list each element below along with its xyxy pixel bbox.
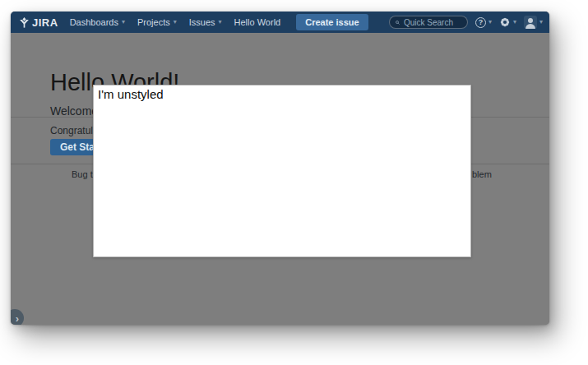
chevron-down-icon: ▾ [122, 19, 125, 25]
search-icon [396, 19, 400, 26]
welcome-text: Welcome [50, 104, 98, 118]
chevron-down-icon: ▾ [513, 19, 516, 25]
gear-icon [499, 16, 511, 28]
chevron-down-icon: ▾ [488, 19, 492, 25]
help-icon: ? [475, 17, 486, 28]
unstyled-dialog: I'm unstyled [93, 85, 471, 257]
nav-item-label: Projects [137, 17, 170, 27]
help-menu-button[interactable]: ? ▾ [475, 17, 492, 28]
chevron-down-icon: ▾ [219, 19, 222, 25]
dialog-message: I'm unstyled [98, 87, 164, 101]
jira-logo-text: JIRA [32, 16, 58, 29]
sidebar-expand-button[interactable]: › [11, 309, 24, 325]
avatar [524, 16, 537, 29]
nav-item-label: Issues [189, 17, 215, 27]
chevron-right-icon: › [16, 313, 19, 324]
chevron-down-icon: ▾ [174, 19, 177, 25]
description-text-fragment: blem [472, 169, 492, 179]
top-nav: JIRA Dashboards ▾ Projects ▾ Issues ▾ He… [11, 12, 549, 33]
user-menu-button[interactable]: ▾ [524, 16, 543, 29]
jira-logo[interactable]: JIRA [19, 16, 58, 29]
browser-viewport: JIRA Dashboards ▾ Projects ▾ Issues ▾ He… [11, 12, 549, 325]
nav-item-dashboards[interactable]: Dashboards ▾ [70, 17, 125, 27]
nav-item-hello-world[interactable]: Hello World [234, 17, 281, 27]
screenshot-canvas: JIRA Dashboards ▾ Projects ▾ Issues ▾ He… [0, 0, 588, 365]
nav-item-label: Hello World [234, 17, 281, 27]
nav-item-issues[interactable]: Issues ▾ [189, 17, 222, 27]
admin-menu-button[interactable]: ▾ [499, 16, 516, 28]
nav-item-projects[interactable]: Projects ▾ [137, 17, 177, 27]
nav-right-group: ? ▾ ▾ [389, 16, 543, 29]
quick-search[interactable] [389, 16, 468, 29]
nav-item-label: Dashboards [70, 17, 118, 27]
chevron-down-icon: ▾ [539, 19, 543, 25]
description-text-fragment: Bug tr [72, 169, 95, 179]
create-issue-button[interactable]: Create issue [296, 14, 368, 30]
jira-charlie-icon [19, 17, 30, 28]
search-input[interactable] [404, 18, 461, 27]
